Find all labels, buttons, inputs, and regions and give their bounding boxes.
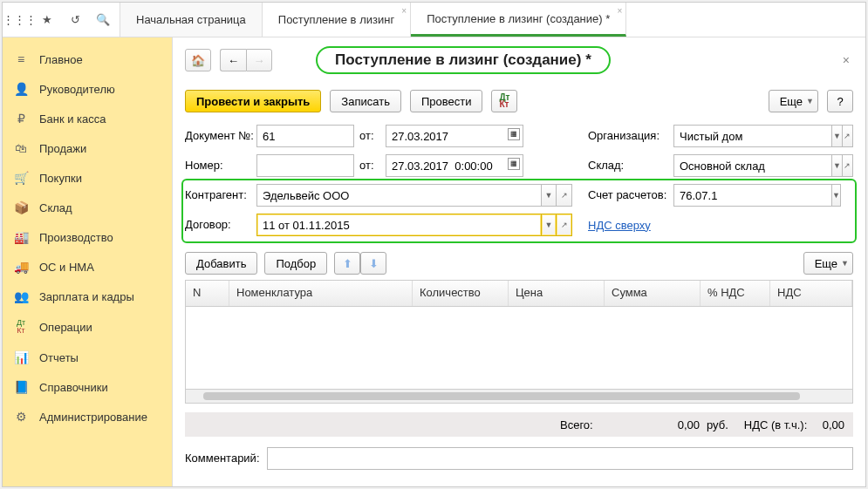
back-button[interactable]: ← (220, 49, 246, 71)
star-icon[interactable]: ★ (39, 12, 55, 28)
chevron-down-icon: ▼ (806, 97, 814, 105)
page-title: Поступление в лизинг (создание) * (316, 46, 611, 74)
sidebar-item-admin[interactable]: ⚙Администрирование (3, 402, 172, 431)
chevron-down-icon[interactable]: ▼ (831, 184, 841, 207)
forward-button[interactable]: → (246, 49, 272, 71)
close-button[interactable]: × (839, 53, 853, 67)
col-sum[interactable]: Сумма (605, 281, 701, 306)
box-icon: 📦 (13, 200, 29, 214)
chevron-down-icon[interactable]: ▼ (831, 154, 843, 177)
add-button[interactable]: Добавить (185, 252, 257, 275)
title-row: 🏠 ←→ Поступление в лизинг (создание) * × (185, 46, 853, 74)
post-close-button[interactable]: Провести и закрыть (185, 90, 321, 112)
sidebar-item-hr[interactable]: 👥Зарплата и кадры (3, 282, 172, 311)
people-icon: 👥 (13, 289, 29, 303)
sidebar-item-reports[interactable]: 📊Отчеты (3, 343, 172, 372)
from-label: от: (359, 125, 386, 147)
sidebar-item-assets[interactable]: 🚚ОС и НМА (3, 252, 172, 282)
highlighted-form-area: Контрагент: ▼↗ Счет расчетов: ▼ Договор:… (181, 179, 857, 243)
save-button[interactable]: Записать (330, 90, 401, 112)
book-icon: 📘 (13, 380, 29, 394)
more-button[interactable]: Еще▼ (769, 90, 818, 112)
table-header: N Номенклатура Количество Цена Сумма % Н… (186, 281, 852, 307)
move-down-button[interactable]: ⬇ (360, 252, 386, 275)
col-n[interactable]: N (186, 281, 229, 306)
col-vat[interactable]: НДС (770, 281, 852, 306)
open-icon[interactable]: ↗ (557, 214, 572, 236)
history-icon[interactable]: ↺ (67, 12, 83, 28)
doc-no-input[interactable] (256, 125, 354, 147)
open-icon[interactable]: ↗ (843, 125, 853, 147)
pick-button[interactable]: Подбор (264, 252, 327, 275)
open-icon[interactable]: ↗ (557, 184, 572, 207)
calendar-icon[interactable]: ▦ (508, 128, 520, 140)
truck-icon: 🚚 (13, 260, 29, 274)
move-up-button[interactable]: ⬆ (334, 252, 360, 275)
vat-total-label: НДС (в т.ч.): (744, 418, 808, 431)
from-label-2: от: (359, 154, 386, 177)
table-body[interactable] (186, 307, 852, 389)
currency-label: руб. (707, 418, 728, 431)
chevron-down-icon[interactable]: ▼ (831, 125, 843, 147)
number-label: Номер: (185, 154, 256, 177)
row-contract: Договор: ▼↗ НДС сверху (185, 214, 853, 236)
apps-icon[interactable]: ⋮⋮⋮ (11, 12, 27, 28)
comment-input[interactable] (267, 447, 854, 470)
content: 🏠 ←→ Поступление в лизинг (создание) * ×… (173, 37, 865, 486)
col-qty[interactable]: Количество (413, 281, 509, 306)
date-input[interactable] (386, 125, 523, 147)
chart-icon: 📊 (13, 350, 29, 364)
close-icon[interactable]: × (617, 6, 622, 16)
tab-start[interactable]: Начальная страница (120, 3, 263, 37)
sidebar-item-sales[interactable]: 🛍Продажи (3, 133, 172, 163)
h-scrollbar[interactable] (186, 389, 852, 403)
datetime-input[interactable] (386, 154, 523, 177)
tab-leasing[interactable]: Поступление в лизинг× (263, 3, 411, 37)
chevron-down-icon[interactable]: ▼ (541, 184, 557, 207)
number-input[interactable] (256, 154, 354, 177)
tab-bar: ⋮⋮⋮ ★ ↺ 🔍 Начальная страница Поступление… (3, 3, 865, 37)
menu-icon: ≡ (13, 52, 29, 66)
counterparty-combo[interactable]: ▼↗ (256, 184, 572, 207)
close-icon[interactable]: × (401, 6, 407, 16)
post-button[interactable]: Провести (410, 90, 483, 112)
org-combo[interactable]: ▼↗ (673, 125, 853, 147)
total-value: 0,00 (612, 418, 700, 431)
tab-leasing-create[interactable]: Поступление в лизинг (создание) *× (411, 3, 626, 37)
sidebar-item-catalog[interactable]: 📘Справочники (3, 372, 172, 402)
row-doc-no: Документ №: от: ▦ Организация: ▼↗ (185, 125, 853, 147)
col-vat-pct[interactable]: % НДС (701, 281, 770, 306)
body: ≡Главное 👤Руководителю ₽Банк и касса 🛍Пр… (3, 37, 865, 486)
col-nomenclature[interactable]: Номенклатура (229, 281, 413, 306)
sidebar-item-main[interactable]: ≡Главное (3, 44, 172, 74)
chevron-down-icon: ▼ (841, 259, 849, 268)
sidebar-item-bank[interactable]: ₽Банк и касса (3, 104, 172, 133)
scroll-thumb[interactable] (203, 392, 800, 400)
search-icon[interactable]: 🔍 (95, 12, 111, 28)
cart-icon: 🛒 (13, 171, 29, 185)
chevron-down-icon[interactable]: ▼ (541, 214, 557, 236)
manager-icon: 👤 (13, 82, 29, 96)
contract-combo[interactable]: ▼↗ (256, 214, 572, 236)
calendar-icon[interactable]: ▦ (508, 158, 520, 170)
col-price[interactable]: Цена (509, 281, 605, 306)
sidebar-item-purchases[interactable]: 🛒Покупки (3, 163, 172, 193)
app-window: ⋮⋮⋮ ★ ↺ 🔍 Начальная страница Поступление… (2, 2, 866, 487)
home-button[interactable]: 🏠 (185, 49, 211, 71)
account-combo[interactable]: ▼ (673, 184, 769, 207)
totals-bar: Всего: 0,00 руб. НДС (в т.ч.): 0,00 (185, 412, 853, 437)
sidebar-item-warehouse[interactable]: 📦Склад (3, 193, 172, 222)
contract-label: Договор: (185, 214, 256, 236)
comment-label: Комментарий: (185, 447, 260, 470)
dtkt-button[interactable]: ДтКт (491, 90, 517, 112)
sidebar-item-operations[interactable]: ДтКтОперации (3, 311, 172, 343)
warehouse-combo[interactable]: ▼↗ (673, 154, 853, 177)
table-more-button[interactable]: Еще▼ (803, 252, 853, 275)
gear-icon: ⚙ (13, 410, 29, 424)
open-icon[interactable]: ↗ (843, 154, 853, 177)
sidebar-item-production[interactable]: 🏭Производство (3, 222, 172, 252)
vat-mode-link[interactable]: НДС сверху (588, 219, 673, 232)
sidebar-item-manager[interactable]: 👤Руководителю (3, 74, 172, 104)
help-button[interactable]: ? (827, 90, 853, 112)
row-number: Номер: от: ▦ Склад: ▼↗ (185, 154, 853, 177)
